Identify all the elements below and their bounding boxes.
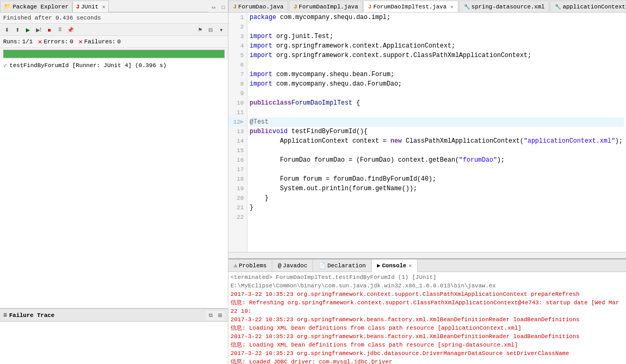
- console-line-5: 2017-3-22 10:35:23 org.springframework.b…: [231, 332, 624, 341]
- ln-19: 19: [228, 184, 247, 193]
- tab-close-junit[interactable]: ✕: [102, 4, 105, 10]
- junit-status: Finished after 0.436 seconds: [0, 13, 228, 24]
- xml-icon-1: 🔧: [464, 4, 470, 10]
- tab-label-forum-dao: ForumDao.java: [238, 4, 284, 10]
- code-line-9: [250, 89, 624, 98]
- junit-toolbar: ⬇ ⬆ ▶ ▶! ■ ⧖ 📌 ⚑ ⊟ ▾: [0, 24, 228, 36]
- java-icon-1: J: [233, 4, 237, 10]
- tab-label-app-context: applicationContext.xml: [563, 4, 626, 10]
- code-line-20: }: [250, 193, 624, 203]
- code-line-1: package com.mycompany.shequ.dao.impl;: [250, 13, 624, 22]
- code-line-16: ForumDao forumDao = (ForumDao) context.g…: [250, 155, 624, 165]
- tab-label-forum-dao-impl: ForumDaoImpl.java: [299, 4, 358, 10]
- left-panel: 📁 Package Explorer J JUnit ✕ ▭ □ Finishe…: [0, 0, 228, 364]
- tab-label-declaration: Declaration: [327, 263, 366, 269]
- prev-failure-btn[interactable]: ⬆: [13, 25, 22, 34]
- ln-18: 18: [228, 174, 247, 184]
- code-line-21: }: [250, 203, 624, 212]
- right-panel: J ForumDao.java J ForumDaoImpl.java J Fo…: [228, 0, 626, 364]
- console-line-4: 信息: Loading XML bean definitions from cl…: [231, 324, 624, 332]
- ln-1: 1: [228, 13, 247, 22]
- code-line-13: public void testFindByForumId(){: [250, 127, 624, 136]
- tab-spacer: [109, 1, 209, 12]
- editor-area: 1 2 3 4 5 6 7 8 9 10 11 12⊳ 13 14 15 16 …: [228, 13, 626, 252]
- pin-btn[interactable]: 📌: [66, 25, 75, 34]
- ln-13: 13: [228, 127, 247, 136]
- tab-label-problems: Problems: [239, 263, 267, 269]
- tab-label-package-explorer: Package Explorer: [13, 4, 69, 10]
- tab-spring-datasource[interactable]: 🔧 spring-datasource.xml: [459, 1, 550, 12]
- tab-label-console: Console: [382, 263, 407, 269]
- ln-9: 9: [228, 89, 247, 98]
- code-line-14: ApplicationContext context = new ClassPa…: [250, 136, 624, 146]
- code-line-5: import org.springframework.context.suppo…: [250, 51, 624, 60]
- stop-btn[interactable]: ■: [44, 25, 54, 34]
- failure-copy-btn[interactable]: ⧉: [206, 311, 215, 320]
- problems-icon: ⚠: [234, 262, 237, 269]
- runs-section: Runs: 1/1: [3, 39, 33, 45]
- tab-close-console[interactable]: ✕: [409, 263, 412, 269]
- ln-14: 14: [228, 136, 247, 146]
- failures-dot: ✕: [78, 38, 82, 46]
- errors-value: 0: [70, 39, 73, 45]
- tab-declaration[interactable]: 📄 Declaration: [313, 259, 372, 272]
- tab-app-context[interactable]: 🔧 applicationContext.xml: [550, 1, 626, 12]
- ln-8: 8: [228, 79, 247, 89]
- line-numbers: 1 2 3 4 5 6 7 8 9 10 11 12⊳ 13 14 15 16 …: [228, 13, 247, 252]
- code-line-19: System.out.println(forum.getName());: [250, 184, 624, 193]
- console-line-7: 2017-3-22 10:35:23 org.springframework.j…: [231, 349, 624, 358]
- tab-forum-dao-impl[interactable]: J ForumDaoImpl.java: [289, 1, 363, 12]
- failures-section: ✕ Failures: 0: [78, 38, 121, 46]
- tab-forum-dao[interactable]: J ForumDao.java: [228, 1, 288, 12]
- code-area[interactable]: package com.mycompany.shequ.dao.impl; im…: [247, 13, 626, 252]
- progress-bar-fill: [4, 50, 224, 58]
- test-item[interactable]: ✓ testFindByForumId [Runner: JUnit 4] (0…: [0, 60, 228, 71]
- ln-6: 6: [228, 60, 247, 70]
- maximize-left-btn[interactable]: □: [218, 3, 228, 12]
- rerun-btn[interactable]: ▶: [23, 25, 33, 34]
- console-line-1: 2017-3-22 10:35:23 org.springframework.c…: [231, 290, 624, 298]
- view-menu-btn[interactable]: ▾: [216, 25, 226, 34]
- rerun-failed-btn[interactable]: ▶!: [34, 25, 43, 34]
- tab-javadoc[interactable]: @ Javadoc: [272, 259, 313, 272]
- test-item-label: testFindByForumId [Runner: JUnit 4] (0.3…: [10, 62, 167, 69]
- tab-problems[interactable]: ⚠ Problems: [228, 259, 272, 272]
- code-line-10: public class ForumDaoImplTest {: [250, 98, 624, 108]
- layout-btn[interactable]: ⊟: [206, 25, 215, 34]
- code-line-18: Forum forum = forumDao.findByForumId(40)…: [250, 174, 624, 184]
- ln-11: 11: [228, 108, 247, 117]
- ln-5: 5: [228, 51, 247, 60]
- editor-tabs: J ForumDao.java J ForumDaoImpl.java J Fo…: [228, 0, 626, 13]
- console-icon: ▶: [377, 262, 381, 269]
- failure-filter-btn[interactable]: ⊞: [215, 311, 225, 320]
- errors-section: ✕ Errors: 0: [38, 38, 73, 46]
- console-line-2: 信息: Refreshing org.springframework.conte…: [231, 298, 624, 315]
- failure-trace-panel: ≡ Failure Trace ⧉ ⊞: [0, 309, 228, 364]
- tab-forum-dao-impl-test[interactable]: J ForumDaoImplTest.java ✕: [363, 1, 458, 12]
- left-panel-tabs: 📁 Package Explorer J JUnit ✕ ▭ □: [0, 0, 228, 13]
- tab-console[interactable]: ▶ Console ✕: [372, 259, 418, 272]
- progress-bar-container: [3, 50, 225, 58]
- tab-junit[interactable]: J JUnit ✕: [72, 1, 109, 12]
- next-failure-btn[interactable]: ⬇: [2, 25, 12, 34]
- ln-17: 17: [228, 165, 247, 174]
- failures-label: Failures:: [84, 39, 115, 45]
- minimize-left-btn[interactable]: ▭: [209, 3, 218, 12]
- javadoc-icon: @: [278, 263, 281, 269]
- code-line-17: [250, 165, 624, 174]
- tab-close-test[interactable]: ✕: [450, 4, 454, 10]
- history-btn[interactable]: ⧖: [55, 25, 65, 34]
- show-failures-btn[interactable]: ⚑: [195, 25, 205, 34]
- test-pass-icon: ✓: [3, 61, 7, 70]
- code-line-7: import com.mycompany.shequ.bean.Forum;: [250, 70, 624, 79]
- tab-package-explorer[interactable]: 📁 Package Explorer: [0, 1, 72, 12]
- tab-label-forum-dao-impl-test: ForumDaoImplTest.java: [373, 4, 447, 10]
- code-line-22: [250, 212, 624, 222]
- java-icon-2: J: [293, 4, 297, 10]
- bottom-tabs: ⚠ Problems @ Javadoc 📄 Declaration ▶ Con…: [228, 259, 626, 272]
- ln-12: 12⊳: [228, 117, 247, 127]
- editor-scrollbar-h[interactable]: [228, 252, 626, 258]
- console-line-3: 2017-3-22 10:35:23 org.springframework.b…: [231, 315, 624, 324]
- code-line-2: [250, 22, 624, 32]
- ln-15: 15: [228, 146, 247, 155]
